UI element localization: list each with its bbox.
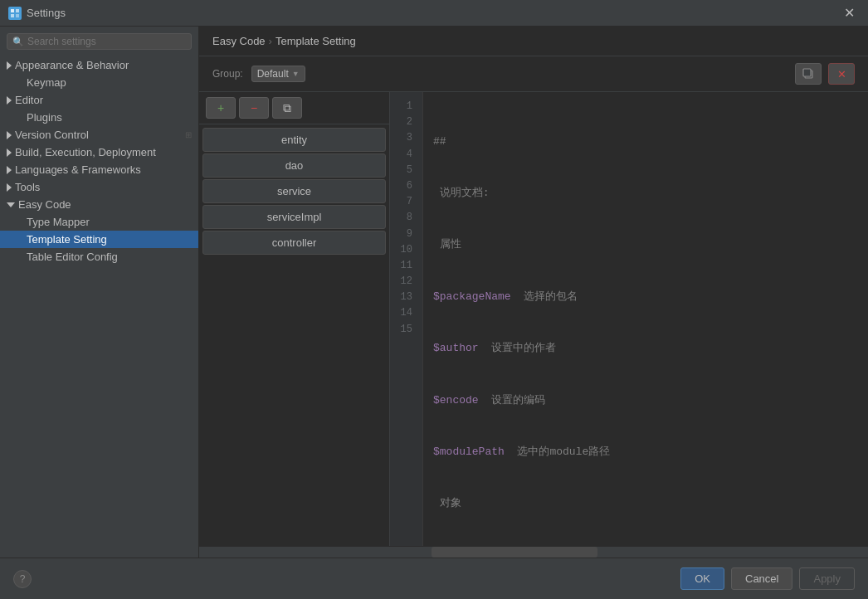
sidebar: 🔍 Appearance & Behavior Keymap Editor Pl… (0, 27, 199, 558)
sidebar-item-tools[interactable]: Tools (0, 178, 198, 196)
code-content: 1 2 3 4 5 6 7 8 9 10 11 12 13 (390, 92, 868, 546)
chevron-down-icon: ▼ (292, 70, 300, 78)
help-button[interactable]: ? (13, 570, 32, 588)
svg-rect-5 (803, 69, 811, 76)
sidebar-item-label: Type Mapper (27, 216, 90, 228)
line-numbers: 1 2 3 4 5 6 7 8 9 10 11 12 13 (390, 92, 423, 546)
close-button[interactable]: ✕ (839, 3, 860, 22)
expand-icon (7, 166, 12, 174)
copy-template-button[interactable]: ⧉ (272, 97, 302, 119)
list-item[interactable]: entity (202, 128, 386, 152)
expand-icon (7, 183, 12, 192)
apply-button[interactable]: Apply (799, 567, 855, 590)
list-item[interactable]: service (202, 179, 386, 203)
sidebar-item-build[interactable]: Build, Execution, Deployment (0, 144, 198, 161)
template-list-toolbar: + − ⧉ (199, 92, 389, 124)
code-line-4: $packageName 选择的包名 (433, 289, 858, 306)
split-panel: + − ⧉ entity dao service (199, 92, 868, 546)
collapse-icon (7, 202, 15, 207)
svg-rect-0 (11, 9, 14, 12)
list-item[interactable]: dao (202, 153, 386, 178)
list-item[interactable]: serviceImpl (202, 205, 386, 229)
app-icon (8, 7, 22, 20)
add-template-button[interactable]: + (206, 97, 236, 119)
sidebar-item-label: Easy Code (18, 198, 71, 211)
sidebar-item-label: Version Control (15, 129, 89, 141)
sidebar-item-label: Appearance & Behavior (15, 59, 129, 71)
code-lines: ## 说明文档: 属性 $packageName 选择的包名 $author 设… (423, 92, 868, 546)
sidebar-item-type-mapper[interactable]: Type Mapper (0, 213, 198, 231)
svg-rect-2 (11, 14, 14, 17)
main-container: 🔍 Appearance & Behavior Keymap Editor Pl… (0, 27, 868, 599)
sidebar-item-label: Languages & Frameworks (15, 163, 141, 176)
expand-icon (7, 96, 12, 105)
code-line-2: 说明文档: (433, 185, 858, 202)
list-item[interactable]: controller (202, 231, 386, 255)
template-list: + − ⧉ entity dao service (199, 92, 390, 546)
group-dropdown[interactable]: Default ▼ (251, 66, 305, 82)
expand-icon (7, 131, 12, 139)
search-bar[interactable]: 🔍 (7, 33, 192, 50)
sidebar-item-keymap[interactable]: Keymap (0, 74, 198, 91)
window-title: Settings (27, 7, 66, 19)
breadcrumb-parent: Easy Code (212, 35, 266, 47)
sidebar-item-label: Plugins (27, 111, 62, 124)
sidebar-item-table-editor[interactable]: Table Editor Config (0, 248, 198, 265)
content-area: 🔍 Appearance & Behavior Keymap Editor Pl… (0, 27, 868, 558)
sidebar-item-editor[interactable]: Editor (0, 91, 198, 109)
remove-template-button[interactable]: − (239, 97, 269, 119)
sidebar-item-appearance[interactable]: Appearance & Behavior (0, 56, 198, 74)
breadcrumb: Easy Code › Template Setting (199, 27, 868, 56)
copy-group-button[interactable] (795, 63, 822, 85)
toolbar: Group: Default ▼ ✕ (199, 56, 868, 92)
sidebar-item-label: Editor (15, 94, 43, 106)
code-line-7: $modulePath 选中的module路径 (433, 444, 858, 461)
dialog-buttons: OK Cancel Apply (680, 567, 855, 590)
cancel-button[interactable]: Cancel (731, 567, 792, 590)
bottom-left: ? (13, 570, 32, 588)
code-line-8: 对象 (433, 495, 858, 513)
code-line-3: 属性 (433, 236, 858, 254)
right-panel: Easy Code › Template Setting Group: Defa… (199, 27, 868, 558)
sidebar-item-languages[interactable]: Languages & Frameworks (0, 161, 198, 178)
sidebar-item-template-setting[interactable]: Template Setting (0, 231, 198, 248)
expand-icon (7, 61, 12, 70)
search-input[interactable] (27, 36, 186, 47)
delete-group-button[interactable]: ✕ (828, 63, 855, 85)
code-line-1: ## (433, 134, 858, 151)
svg-rect-1 (16, 9, 19, 12)
sidebar-item-label: Table Editor Config (27, 251, 118, 263)
breadcrumb-separator: › (269, 35, 272, 47)
code-line-5: $author 设置中的作者 (433, 340, 858, 358)
horizontal-scrollbar[interactable] (199, 546, 868, 558)
search-icon: 🔍 (12, 37, 24, 47)
bottom-bar: ? OK Cancel Apply (0, 558, 868, 599)
breadcrumb-current: Template Setting (276, 35, 356, 47)
group-label: Group: (212, 68, 243, 80)
title-bar: Settings ✕ (0, 0, 868, 27)
sidebar-item-plugins[interactable]: Plugins (0, 109, 198, 126)
version-control-icon: ⊞ (185, 130, 192, 139)
sidebar-item-label: Template Setting (27, 233, 107, 246)
template-items: entity dao service serviceImpl controlle (199, 124, 389, 546)
code-line-6: $encode 设置的编码 (433, 392, 858, 410)
scroll-thumb[interactable] (432, 547, 597, 558)
sidebar-item-easy-code[interactable]: Easy Code (0, 196, 198, 213)
sidebar-item-label: Tools (15, 181, 40, 193)
code-editor[interactable]: 1 2 3 4 5 6 7 8 9 10 11 12 13 (390, 92, 868, 546)
group-value: Default (257, 68, 289, 80)
svg-rect-3 (16, 14, 19, 17)
expand-icon (7, 149, 12, 157)
sidebar-item-version-control[interactable]: Version Control ⊞ (0, 126, 198, 144)
sidebar-item-label: Keymap (27, 76, 66, 89)
ok-button[interactable]: OK (680, 567, 724, 590)
sidebar-item-label: Build, Execution, Deployment (15, 146, 156, 158)
